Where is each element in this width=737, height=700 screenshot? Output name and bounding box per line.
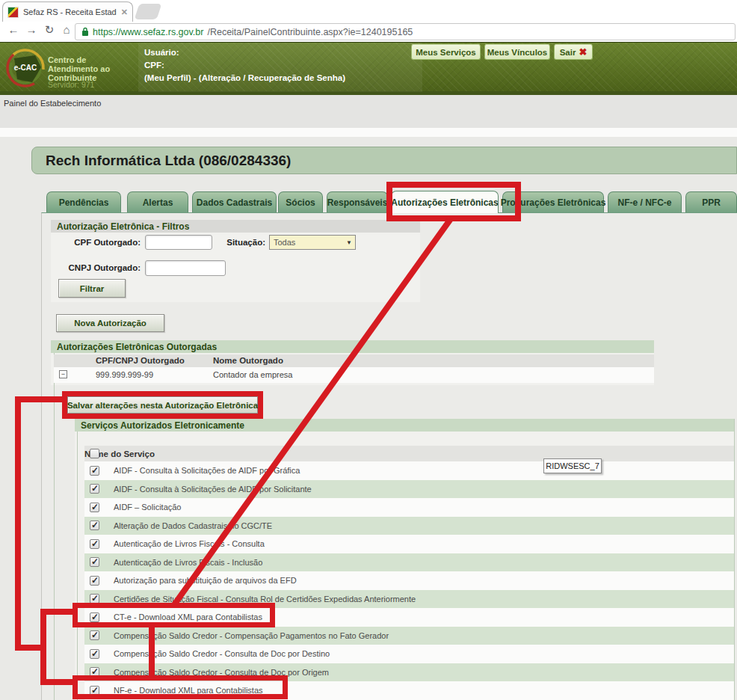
url-bar[interactable]: https://www.sefaz.rs.gov.br /Receita/Pai… <box>75 23 736 40</box>
meus-servicos-label: Meus Serviços <box>416 48 476 57</box>
service-checkbox[interactable] <box>90 557 99 567</box>
service-row[interactable]: Autenticação de Livros Fiscais - Inclusã… <box>84 553 734 572</box>
service-label: Compensação Saldo Credor - Consulta de D… <box>114 649 330 658</box>
home-icon[interactable]: ⌂ <box>59 23 74 36</box>
service-checkbox[interactable] <box>90 466 99 476</box>
tooltip: RIDWSESC_7 <box>543 458 602 473</box>
tab-ppr[interactable]: PPR <box>685 191 737 212</box>
outorgada-nome: Contador da empresa <box>213 370 292 379</box>
tab-socios[interactable]: Sócios <box>278 191 323 212</box>
divider-strip <box>0 128 737 137</box>
browser-toolbar: ← → ↻ ⌂ https://www.sefaz.rs.gov.br /Rec… <box>0 22 737 42</box>
servicos-rows: AIDF - Consulta à Solicitações de AIDF p… <box>84 461 734 700</box>
service-row[interactable]: AIDF - Consulta à Solicitações de AIDF p… <box>84 461 734 480</box>
fieldset-border-line <box>734 419 735 700</box>
cpf-outorgado-label: CPF Outorgado: <box>45 238 141 247</box>
url-path-part: /Receita/PainelContribuinte.aspx?ie=1240… <box>207 27 413 37</box>
service-checkbox[interactable] <box>90 484 99 494</box>
outorgada-row[interactable]: − 999.999.999-99 Contador da empresa <box>54 367 654 383</box>
forward-icon[interactable]: → <box>24 23 39 36</box>
sair-label: Sair <box>560 48 576 57</box>
site-header: e-CAC Centro de Atendimento ao Contribui… <box>0 42 737 95</box>
chevron-down-icon: ▼ <box>346 239 352 246</box>
cnpj-outorgado-label: CNPJ Outorgado: <box>45 263 141 272</box>
ecac-logo-icon: e-CAC <box>5 45 49 91</box>
annotation-box-salvar <box>62 391 263 419</box>
service-checkbox[interactable] <box>90 576 99 586</box>
tab-alertas[interactable]: Alertas <box>127 191 188 212</box>
padlock-icon <box>81 27 89 37</box>
annotation-bracket-segment <box>15 396 21 651</box>
situacao-label: Situação: <box>187 238 265 247</box>
filtrar-button[interactable]: Filtrar <box>58 279 126 298</box>
breadcrumb-bar: Painel do Estabelecimento <box>0 95 737 128</box>
service-checkbox[interactable] <box>90 503 99 512</box>
tab-close-icon[interactable]: ✕ <box>121 7 128 17</box>
meus-vinculos-button[interactable]: Meus Vínculos <box>484 44 550 60</box>
breadcrumb[interactable]: Painel do Estabelecimento <box>4 99 101 108</box>
service-label: Certidões de Situação Fiscal - Consulta … <box>114 595 416 604</box>
annotation-bracket-segment <box>40 679 73 685</box>
url-secure-part: https://www.sefaz.rs.gov.br <box>93 27 203 37</box>
new-tab-button[interactable] <box>135 4 162 19</box>
service-label: AIDF - Consulta à Solicitações de AIDF p… <box>114 485 312 494</box>
tab-pendencias[interactable]: Pendências <box>46 191 121 212</box>
meus-servicos-button[interactable]: Meus Serviços <box>411 44 481 60</box>
annotation-box-cte <box>73 603 275 627</box>
servicos-section-title: Serviços Autorizados Eletronicamente <box>75 419 734 432</box>
service-checkbox[interactable] <box>90 649 99 659</box>
browser-tab-strip: Sefaz RS - Receita Estadua ✕ <box>0 0 737 22</box>
reload-icon[interactable]: ↻ <box>42 23 57 37</box>
service-checkbox[interactable] <box>90 539 99 549</box>
servidor-label: Servidor: 971 <box>48 80 94 89</box>
service-row[interactable]: AIDF - Consulta à Solicitações de AIDF p… <box>84 480 734 499</box>
annotation-bracket-segment <box>40 609 46 685</box>
user-panel: Usuário: CPF: (Meu Perfil) - (Alteração … <box>138 43 422 92</box>
service-row[interactable]: Alteração de Dados Cadastrais no CGC/TE <box>84 517 734 535</box>
annotation-connector-line <box>149 627 155 676</box>
service-checkbox[interactable] <box>90 630 99 640</box>
select-all-checkbox[interactable] <box>90 449 99 458</box>
tab-responsaveis[interactable]: Responsáveis <box>327 191 388 212</box>
service-row[interactable]: Compensação Saldo Credor - Consulta de D… <box>84 645 734 663</box>
service-label: Autenticação de Livros Fiscais - Consult… <box>114 539 265 548</box>
meus-vinculos-label: Meus Vínculos <box>487 48 548 57</box>
service-row[interactable]: Autenticação de Livros Fiscais - Consult… <box>84 535 734 553</box>
svg-text:e-CAC: e-CAC <box>14 64 37 72</box>
cpf-label: CPF: <box>144 61 164 70</box>
service-label: AIDF – Solicitação <box>114 503 181 512</box>
outorgada-cpf: 999.999.999-99 <box>96 370 153 379</box>
sair-button[interactable]: Sair ✖ <box>554 44 593 60</box>
annotation-bracket-segment <box>40 609 73 615</box>
browser-tab[interactable]: Sefaz RS - Receita Estadua ✕ <box>2 1 133 22</box>
service-row[interactable]: Compensação Saldo Credor - Compensação P… <box>84 627 734 645</box>
situacao-value: Todas <box>274 238 295 247</box>
sair-x-icon: ✖ <box>579 46 587 58</box>
service-checkbox[interactable] <box>90 521 99 530</box>
annotation-box-nfe <box>73 675 288 699</box>
browser-tab-title: Sefaz RS - Receita Estadua <box>23 7 117 16</box>
annotation-bracket-segment <box>15 396 62 402</box>
profile-links[interactable]: (Meu Perfil) - (Alteração / Recuperação … <box>144 73 345 82</box>
service-row[interactable]: Autorização para substituição de arquivo… <box>84 571 734 590</box>
col-cpf-cnpj-outorgado: CPF/CNPJ Outorgado <box>96 356 185 365</box>
nova-autorizacao-button[interactable]: Nova Autorização <box>56 314 164 332</box>
tab-dados-cadastrais[interactable]: Dados Cadastrais <box>192 191 277 212</box>
service-label: Compensação Saldo Credor - Compensação P… <box>114 631 389 640</box>
cnpj-outorgado-input[interactable] <box>145 260 226 276</box>
servicos-table-header: Nome do Serviço <box>84 446 734 461</box>
col-nome-outorgado: Nome Outorgado <box>213 356 283 365</box>
sefaz-favicon-icon <box>7 7 19 18</box>
situacao-select[interactable]: Todas ▼ <box>269 235 356 250</box>
fieldset-border-line <box>77 419 78 700</box>
service-label: Autorização para substituição de arquivo… <box>114 576 297 585</box>
tab-nfe-nfce[interactable]: NF-e / NFC-e <box>608 191 682 212</box>
service-label: Alteração de Dados Cadastrais no CGC/TE <box>114 521 272 530</box>
page-title: Rech Informática Ltda (086/0284336) <box>31 147 737 174</box>
filtros-section-title: Autorização Eletrônica - Filtros <box>51 220 420 233</box>
service-row[interactable]: AIDF – Solicitação <box>84 498 734 517</box>
back-icon[interactable]: ← <box>6 23 21 36</box>
collapse-row-icon[interactable]: − <box>59 370 67 378</box>
fieldset-border-line <box>54 340 55 700</box>
annotation-box-active-tab <box>386 182 521 221</box>
